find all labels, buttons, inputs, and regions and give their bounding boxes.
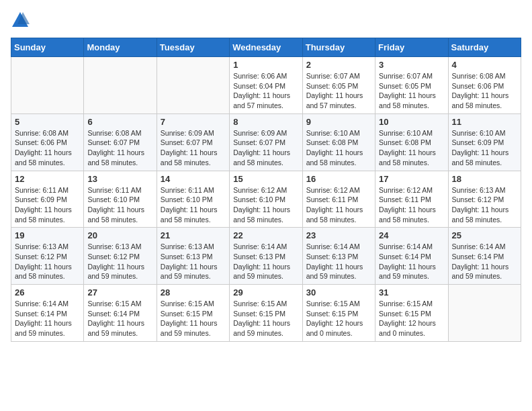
calendar-day-cell: 27Sunrise: 6:15 AM Sunset: 6:14 PM Dayli… <box>84 285 157 342</box>
calendar-day-cell: 19Sunrise: 6:13 AM Sunset: 6:12 PM Dayli… <box>11 228 84 285</box>
day-info: Sunrise: 6:14 AM Sunset: 6:13 PM Dayligh… <box>233 242 298 281</box>
calendar-day-cell <box>448 285 521 342</box>
day-number: 2 <box>306 60 371 70</box>
day-info: Sunrise: 6:11 AM Sunset: 6:09 PM Dayligh… <box>15 185 80 225</box>
calendar-day-cell: 18Sunrise: 6:13 AM Sunset: 6:12 PM Dayli… <box>448 171 521 228</box>
calendar-day-cell: 11Sunrise: 6:10 AM Sunset: 6:09 PM Dayli… <box>448 113 521 171</box>
calendar-day-header: Monday <box>84 38 157 57</box>
day-info: Sunrise: 6:13 AM Sunset: 6:13 PM Dayligh… <box>161 242 226 281</box>
day-number: 1 <box>233 60 298 70</box>
calendar-day-cell: 7Sunrise: 6:09 AM Sunset: 6:07 PM Daylig… <box>157 113 229 171</box>
day-info: Sunrise: 6:15 AM Sunset: 6:15 PM Dayligh… <box>379 299 444 338</box>
calendar-day-header: Wednesday <box>230 38 302 57</box>
calendar-day-cell: 25Sunrise: 6:14 AM Sunset: 6:14 PM Dayli… <box>448 228 521 285</box>
day-number: 12 <box>15 174 80 184</box>
day-info: Sunrise: 6:15 AM Sunset: 6:15 PM Dayligh… <box>161 299 226 338</box>
day-number: 4 <box>452 60 517 70</box>
day-info: Sunrise: 6:15 AM Sunset: 6:15 PM Dayligh… <box>306 299 371 338</box>
calendar-week-row: 12Sunrise: 6:11 AM Sunset: 6:09 PM Dayli… <box>11 171 521 228</box>
calendar-day-cell: 3Sunrise: 6:07 AM Sunset: 6:05 PM Daylig… <box>375 57 448 114</box>
calendar-day-cell: 13Sunrise: 6:11 AM Sunset: 6:10 PM Dayli… <box>84 171 157 228</box>
day-number: 13 <box>87 174 152 184</box>
day-info: Sunrise: 6:11 AM Sunset: 6:10 PM Dayligh… <box>87 185 152 225</box>
calendar-day-header: Friday <box>375 38 448 57</box>
day-info: Sunrise: 6:12 AM Sunset: 6:10 PM Dayligh… <box>233 185 298 225</box>
calendar-day-cell: 16Sunrise: 6:12 AM Sunset: 6:11 PM Dayli… <box>302 171 375 228</box>
day-number: 21 <box>161 230 226 240</box>
calendar-day-cell: 30Sunrise: 6:15 AM Sunset: 6:15 PM Dayli… <box>302 285 375 342</box>
calendar-day-cell: 26Sunrise: 6:14 AM Sunset: 6:14 PM Dayli… <box>11 285 84 342</box>
day-info: Sunrise: 6:15 AM Sunset: 6:14 PM Dayligh… <box>87 299 152 338</box>
calendar-day-cell: 8Sunrise: 6:09 AM Sunset: 6:07 PM Daylig… <box>230 113 302 171</box>
day-number: 11 <box>452 117 517 127</box>
day-info: Sunrise: 6:14 AM Sunset: 6:14 PM Dayligh… <box>379 242 444 281</box>
day-number: 14 <box>161 174 226 184</box>
logo <box>11 11 31 30</box>
day-info: Sunrise: 6:14 AM Sunset: 6:14 PM Dayligh… <box>15 299 80 338</box>
day-info: Sunrise: 6:12 AM Sunset: 6:11 PM Dayligh… <box>379 185 444 225</box>
calendar-week-row: 5Sunrise: 6:08 AM Sunset: 6:06 PM Daylig… <box>11 113 521 171</box>
day-info: Sunrise: 6:12 AM Sunset: 6:11 PM Dayligh… <box>306 185 371 225</box>
day-info: Sunrise: 6:11 AM Sunset: 6:10 PM Dayligh… <box>161 185 226 225</box>
day-info: Sunrise: 6:14 AM Sunset: 6:14 PM Dayligh… <box>452 242 517 281</box>
day-number: 10 <box>379 117 444 127</box>
calendar-day-cell: 14Sunrise: 6:11 AM Sunset: 6:10 PM Dayli… <box>157 171 229 228</box>
calendar-table: SundayMondayTuesdayWednesdayThursdayFrid… <box>11 38 521 342</box>
calendar-day-cell: 20Sunrise: 6:13 AM Sunset: 6:12 PM Dayli… <box>84 228 157 285</box>
calendar-day-cell: 22Sunrise: 6:14 AM Sunset: 6:13 PM Dayli… <box>230 228 302 285</box>
day-info: Sunrise: 6:14 AM Sunset: 6:13 PM Dayligh… <box>306 242 371 281</box>
day-number: 24 <box>379 230 444 240</box>
logo-icon <box>11 11 30 30</box>
day-number: 30 <box>306 287 371 298</box>
calendar-day-cell: 17Sunrise: 6:12 AM Sunset: 6:11 PM Dayli… <box>375 171 448 228</box>
calendar-day-cell: 4Sunrise: 6:08 AM Sunset: 6:06 PM Daylig… <box>448 57 521 114</box>
calendar-day-header: Sunday <box>11 38 84 57</box>
day-info: Sunrise: 6:08 AM Sunset: 6:07 PM Dayligh… <box>87 128 152 168</box>
day-number: 28 <box>161 287 226 298</box>
day-number: 31 <box>379 287 444 298</box>
page-header <box>11 11 521 30</box>
calendar-day-header: Thursday <box>302 38 375 57</box>
calendar-day-cell: 1Sunrise: 6:06 AM Sunset: 6:04 PM Daylig… <box>230 57 302 114</box>
day-info: Sunrise: 6:13 AM Sunset: 6:12 PM Dayligh… <box>87 242 152 281</box>
day-info: Sunrise: 6:09 AM Sunset: 6:07 PM Dayligh… <box>161 128 226 168</box>
day-number: 19 <box>15 230 80 240</box>
day-number: 6 <box>87 117 152 127</box>
calendar-day-header: Saturday <box>448 38 521 57</box>
calendar-day-cell: 29Sunrise: 6:15 AM Sunset: 6:15 PM Dayli… <box>230 285 302 342</box>
calendar-day-cell: 2Sunrise: 6:07 AM Sunset: 6:05 PM Daylig… <box>302 57 375 114</box>
day-number: 25 <box>452 230 517 240</box>
calendar-day-cell: 24Sunrise: 6:14 AM Sunset: 6:14 PM Dayli… <box>375 228 448 285</box>
calendar-day-cell: 5Sunrise: 6:08 AM Sunset: 6:06 PM Daylig… <box>11 113 84 171</box>
calendar-day-cell: 12Sunrise: 6:11 AM Sunset: 6:09 PM Dayli… <box>11 171 84 228</box>
calendar-day-cell <box>84 57 157 114</box>
day-info: Sunrise: 6:10 AM Sunset: 6:08 PM Dayligh… <box>306 128 371 168</box>
day-info: Sunrise: 6:09 AM Sunset: 6:07 PM Dayligh… <box>233 128 298 168</box>
day-info: Sunrise: 6:08 AM Sunset: 6:06 PM Dayligh… <box>15 128 80 168</box>
day-number: 26 <box>15 287 80 298</box>
day-number: 8 <box>233 117 298 127</box>
day-number: 9 <box>306 117 371 127</box>
calendar-week-row: 26Sunrise: 6:14 AM Sunset: 6:14 PM Dayli… <box>11 285 521 342</box>
day-info: Sunrise: 6:10 AM Sunset: 6:09 PM Dayligh… <box>452 128 517 168</box>
day-number: 17 <box>379 174 444 184</box>
calendar-day-cell: 23Sunrise: 6:14 AM Sunset: 6:13 PM Dayli… <box>302 228 375 285</box>
calendar-day-cell: 31Sunrise: 6:15 AM Sunset: 6:15 PM Dayli… <box>375 285 448 342</box>
day-number: 15 <box>233 174 298 184</box>
day-number: 18 <box>452 174 517 184</box>
day-info: Sunrise: 6:13 AM Sunset: 6:12 PM Dayligh… <box>452 185 517 225</box>
calendar-header-row: SundayMondayTuesdayWednesdayThursdayFrid… <box>11 38 521 57</box>
calendar-week-row: 19Sunrise: 6:13 AM Sunset: 6:12 PM Dayli… <box>11 228 521 285</box>
day-info: Sunrise: 6:07 AM Sunset: 6:05 PM Dayligh… <box>379 71 444 111</box>
day-number: 20 <box>87 230 152 240</box>
calendar-day-header: Tuesday <box>157 38 229 57</box>
calendar-day-cell: 21Sunrise: 6:13 AM Sunset: 6:13 PM Dayli… <box>157 228 229 285</box>
day-number: 7 <box>161 117 226 127</box>
calendar-week-row: 1Sunrise: 6:06 AM Sunset: 6:04 PM Daylig… <box>11 57 521 114</box>
day-info: Sunrise: 6:15 AM Sunset: 6:15 PM Dayligh… <box>233 299 298 338</box>
calendar-day-cell <box>11 57 84 114</box>
day-number: 27 <box>87 287 152 298</box>
day-info: Sunrise: 6:13 AM Sunset: 6:12 PM Dayligh… <box>15 242 80 281</box>
day-info: Sunrise: 6:08 AM Sunset: 6:06 PM Dayligh… <box>452 71 517 111</box>
day-number: 16 <box>306 174 371 184</box>
